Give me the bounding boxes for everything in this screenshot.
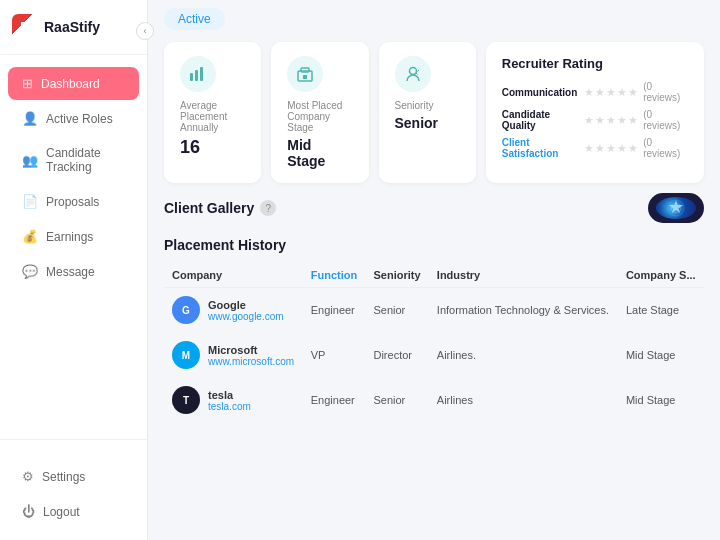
placement-history-table: Company Function Seniority Industry Comp… (164, 263, 704, 423)
function-tesla: Engineer (303, 378, 366, 423)
seniority-icon-wrap (395, 56, 431, 92)
sidebar-item-active-roles[interactable]: 👤 Active Roles (8, 102, 139, 135)
gallery-image-inner (656, 197, 696, 219)
placement-chart-icon (189, 65, 207, 83)
rating-row-candidate-quality: Candidate Quality ★★★★★ (0 reviews) (502, 109, 688, 131)
candidate-tracking-icon: 👥 (22, 153, 38, 168)
company-cell-microsoft: M Microsoft www.microsoft.com (164, 333, 303, 378)
table-body: G Google www.google.com Engineer Senior … (164, 288, 704, 423)
stage-tesla: Mid Stage (618, 378, 704, 423)
industry-google: Information Technology & Services. (429, 288, 618, 333)
industry-tesla: Airlines (429, 378, 618, 423)
candidate-quality-label: Candidate Quality (502, 109, 584, 131)
table-header-row: Company Function Seniority Industry Comp… (164, 263, 704, 288)
col-company-stage: Company S... (618, 263, 704, 288)
client-gallery-title: Client Gallery (164, 200, 254, 216)
company-cell-google: G Google www.google.com (164, 288, 303, 333)
seniority-microsoft: Director (365, 333, 428, 378)
svg-rect-5 (303, 75, 307, 79)
seniority-value: Senior (395, 115, 460, 131)
message-icon: 💬 (22, 264, 38, 279)
sidebar-item-dashboard[interactable]: ⊞ Dashboard (8, 67, 139, 100)
stage-microsoft: Mid Stage (618, 333, 704, 378)
placement-label: Average Placement Annually (180, 100, 245, 133)
function-google: Engineer (303, 288, 366, 333)
col-function: Function (303, 263, 366, 288)
function-microsoft: VP (303, 333, 366, 378)
col-industry: Industry (429, 263, 618, 288)
svg-point-6 (409, 68, 416, 75)
placement-icon-wrap (180, 56, 216, 92)
sidebar-bottom: ⚙ Settings ⏻ Logout (0, 448, 147, 540)
client-gallery-help-icon[interactable]: ? (260, 200, 276, 216)
company-cell-tesla: T tesla tesla.com (164, 378, 303, 423)
recruiter-rating-title: Recruiter Rating (502, 56, 688, 71)
industry-microsoft: Airlines. (429, 333, 618, 378)
company-link-google[interactable]: www.google.com (208, 311, 284, 322)
client-satisfaction-count: (0 reviews) (643, 137, 688, 159)
sidebar-collapse-button[interactable]: ‹ (136, 22, 154, 40)
company-logo-google: G (172, 296, 200, 324)
main-scrollable-content: Client Gallery ? (148, 193, 720, 540)
company-link-tesla[interactable]: tesla.com (208, 401, 251, 412)
company-stage-icon-wrap (287, 56, 323, 92)
seniority-tesla: Senior (365, 378, 428, 423)
sidebar-item-proposals[interactable]: 📄 Proposals (8, 185, 139, 218)
sidebar-item-label: Message (46, 265, 95, 279)
seniority-label: Seniority (395, 100, 460, 111)
logo: R RaaStify (0, 0, 147, 55)
communication-label: Communication (502, 87, 584, 98)
sidebar-nav: ⊞ Dashboard 👤 Active Roles 👥 Candidate T… (0, 55, 147, 431)
company-stage-icon (296, 65, 314, 83)
sidebar-item-candidate-tracking[interactable]: 👥 Candidate Tracking (8, 137, 139, 183)
dashboard-icon: ⊞ (22, 76, 33, 91)
client-gallery-section: Client Gallery ? (164, 193, 704, 223)
sidebar-item-settings[interactable]: ⚙ Settings (8, 460, 139, 493)
settings-icon: ⚙ (22, 469, 34, 484)
sidebar-item-label: Dashboard (41, 77, 100, 91)
stats-row: Average Placement Annually 16 Most Place… (148, 42, 720, 193)
stage-google: Late Stage (618, 288, 704, 333)
sidebar: R RaaStify ⊞ Dashboard 👤 Active Roles 👥 … (0, 0, 148, 540)
sidebar-item-label: Active Roles (46, 112, 113, 126)
company-stage-value: Mid Stage (287, 137, 352, 169)
col-seniority: Seniority (365, 263, 428, 288)
col-company: Company (164, 263, 303, 288)
table-row: T tesla tesla.com Engineer Senior Airlin… (164, 378, 704, 423)
stat-card-seniority: Seniority Senior (379, 42, 476, 183)
communication-stars: ★★★★★ (584, 86, 639, 99)
communication-count: (0 reviews) (643, 81, 688, 103)
candidate-quality-stars: ★★★★★ (584, 114, 639, 127)
company-link-microsoft[interactable]: www.microsoft.com (208, 356, 294, 367)
svg-rect-2 (200, 67, 203, 81)
placement-value: 16 (180, 137, 245, 158)
sidebar-item-earnings[interactable]: 💰 Earnings (8, 220, 139, 253)
main-content: Active Average Placement Annually 16 (148, 0, 720, 540)
client-gallery-image (648, 193, 704, 223)
placement-history-section: Placement History Company Function Senio… (164, 237, 704, 423)
company-name-microsoft: Microsoft (208, 344, 258, 356)
candidate-quality-count: (0 reviews) (643, 109, 688, 131)
company-name-google: Google (208, 299, 246, 311)
svg-rect-1 (195, 70, 198, 81)
sidebar-item-label: Proposals (46, 195, 99, 209)
gallery-image-container (648, 193, 704, 223)
sidebar-item-label: Settings (42, 470, 85, 484)
rating-row-communication: Communication ★★★★★ (0 reviews) (502, 81, 688, 103)
active-badge: Active (164, 8, 225, 30)
table-header: Company Function Seniority Industry Comp… (164, 263, 704, 288)
earnings-icon: 💰 (22, 229, 38, 244)
company-logo-tesla: T (172, 386, 200, 414)
client-satisfaction-label: Client Satisfaction (502, 137, 584, 159)
table-row: G Google www.google.com Engineer Senior … (164, 288, 704, 333)
rating-row-client-satisfaction: Client Satisfaction ★★★★★ (0 reviews) (502, 137, 688, 159)
company-stage-label: Most Placed Company Stage (287, 100, 352, 133)
active-roles-icon: 👤 (22, 111, 38, 126)
svg-rect-4 (301, 68, 309, 72)
svg-rect-0 (190, 73, 193, 81)
company-name-tesla: tesla (208, 389, 233, 401)
sidebar-item-label: Earnings (46, 230, 93, 244)
sidebar-item-logout[interactable]: ⏻ Logout (8, 495, 139, 528)
sidebar-item-message[interactable]: 💬 Message (8, 255, 139, 288)
table-row: M Microsoft www.microsoft.com VP Directo… (164, 333, 704, 378)
